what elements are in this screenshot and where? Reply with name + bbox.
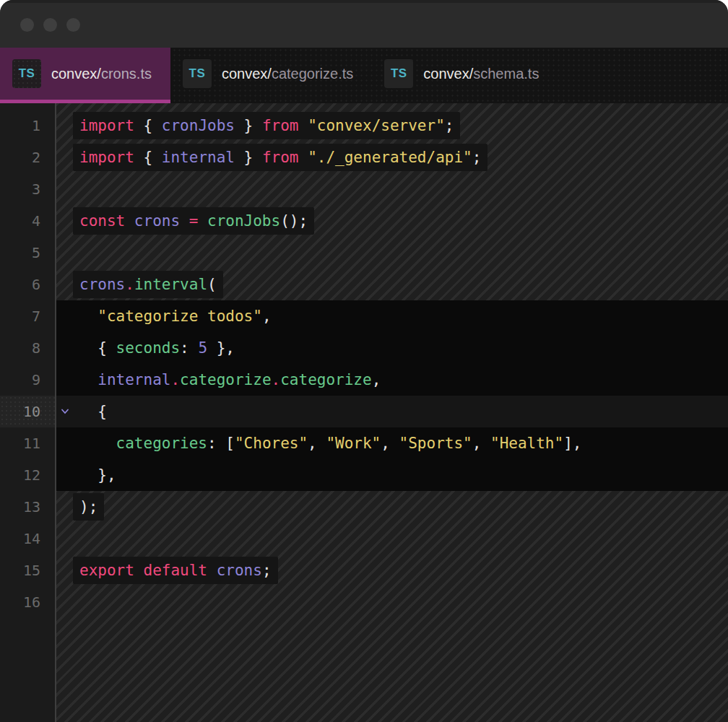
token-pun: , [308,435,326,452]
chevron-down-icon[interactable] [60,406,70,417]
line-number-7: 7 [0,300,55,332]
token-kw: from [262,117,308,134]
code-line-4[interactable]: const crons = cronJobs(); [56,205,728,237]
line-number-2: 2 [0,142,55,173]
code-line-7[interactable]: "categorize todos", [56,300,728,332]
line-number-11: 11 [0,427,55,459]
line-number-gutter: 12345678910111213141516 [0,103,56,722]
tab-label: convex/crons.ts [51,66,152,82]
token-fn: categorize [180,371,271,388]
code-line-1[interactable]: import { cronJobs } from "convex/server"… [56,110,728,142]
line-number-5: 5 [0,237,55,269]
token-pun: : [180,339,198,357]
code-line-13[interactable]: ); [56,491,728,523]
token-pun: ], [563,435,581,452]
line-number-10: 10 [0,396,55,427]
maximize-button[interactable] [66,18,80,32]
token-pun: } [235,117,262,134]
token-var: crons [217,562,262,579]
code-line-8[interactable]: { seconds: 5 }, [56,332,728,364]
token-pun: , [372,371,381,388]
token-pun: , [472,435,490,452]
editor-window: TSconvex/crons.tsTSconvex/categorize.tsT… [0,0,728,722]
token-pun: ; [262,562,272,579]
token-pun: { [144,117,162,134]
tab-schema-ts[interactable]: TSconvex/schema.ts [372,48,558,103]
token-fn: categorize [280,371,371,388]
screenshot: TSconvex/crons.tsTSconvex/categorize.tsT… [0,0,728,722]
code-line-6[interactable]: crons.interval( [56,269,728,300]
line-number-15: 15 [0,554,55,586]
tab-crons-ts[interactable]: TSconvex/crons.ts [0,48,170,103]
line-number-9: 9 [0,364,55,396]
minimize-button[interactable] [43,18,57,32]
token-pun: ( [207,276,217,293]
token-kw: import [79,149,144,166]
typescript-icon: TS [183,59,212,88]
line-number-16: 16 [0,586,55,618]
code-line-15[interactable]: export default crons; [56,554,728,586]
token-kw: . [272,371,281,388]
line-number-14: 14 [0,523,55,554]
token-var: crons [134,212,189,230]
token-pun: : [ [207,435,235,452]
token-kw: import [79,117,144,134]
line-number-4: 4 [0,205,55,237]
tab-categorize-ts[interactable]: TSconvex/categorize.ts [170,48,372,103]
line-number-13: 13 [0,491,55,523]
code-line-2[interactable]: import { internal } from "./_generated/a… [56,142,728,173]
code-line-9[interactable]: internal.categorize.categorize, [56,364,728,396]
token-str: "Health" [490,435,563,452]
token-fn: seconds [116,339,181,357]
token-pun: (); [280,212,308,230]
token-kw: export default [79,562,217,579]
title-bar [0,0,728,48]
token-pun [79,371,98,388]
token-str: "Sports" [399,435,472,452]
token-kw: from [262,149,308,166]
close-button[interactable] [20,18,34,32]
code-line-3[interactable] [56,173,728,205]
token-str: "Work" [326,435,381,452]
token-str: "categorize todos" [98,308,262,325]
token-pun: ; [445,117,454,134]
token-var: crons [79,276,125,293]
token-kw: . [170,371,180,388]
code-line-11[interactable]: categories: ["Chores", "Work", "Sports",… [56,427,728,459]
code-line-14[interactable] [56,523,728,554]
tab-label: convex/categorize.ts [222,66,353,82]
line-number-3: 3 [0,173,55,205]
token-kw: const [79,212,134,230]
token-pun: }, [207,339,235,357]
code-area[interactable]: import { cronJobs } from "convex/server"… [56,103,728,722]
token-num: 5 [198,339,207,357]
token-str: "convex/server" [308,117,445,134]
token-pun: ); [79,498,98,516]
token-var: internal [162,149,235,166]
typescript-icon: TS [384,59,413,88]
token-pun: ; [472,149,482,166]
token-fn: cronJobs [207,212,280,230]
code-line-12[interactable]: }, [56,459,728,491]
typescript-icon: TS [12,59,41,88]
token-var: internal [98,371,170,388]
line-number-6: 6 [0,269,55,300]
token-fn: categories [116,435,207,452]
code-line-16[interactable] [56,586,728,618]
code-line-10[interactable]: { [56,396,728,427]
token-pun: }, [79,466,116,484]
code-line-5[interactable] [56,237,728,269]
line-number-1: 1 [0,110,55,142]
token-fn: interval [134,276,207,293]
token-kw: . [125,276,134,293]
token-pun: , [381,435,399,452]
token-str: "Chores" [235,435,308,452]
token-pun: { [79,339,116,357]
editor-area: 12345678910111213141516 import { cronJob… [0,103,728,722]
highlighted-code-block: "categorize todos", { seconds: 5 }, inte… [56,300,728,491]
token-pun: { [144,149,162,166]
tab-label: convex/schema.ts [423,66,539,82]
token-pun: } [235,149,262,166]
token-var: cronJobs [162,117,235,134]
token-pun [79,435,116,452]
